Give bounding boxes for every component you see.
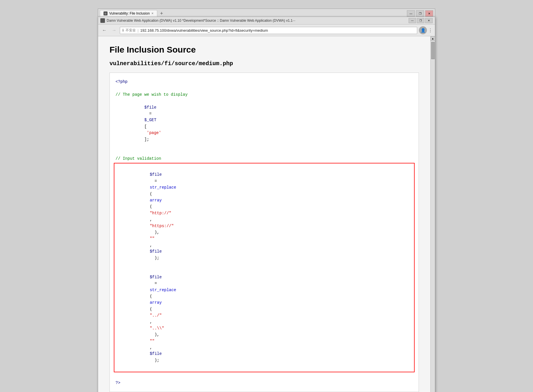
back-button[interactable]: ← [100,27,108,34]
restore-button[interactable]: ❐ [416,10,424,17]
inner-window-title: Damn Vulnerable Web Application (DVWA) v… [107,19,407,23]
page-title: File Inclusion Source [110,45,419,55]
tab-favicon: D [104,11,108,15]
highlight-line-1: $file = str_replace ( array ( "http://" … [116,165,412,267]
address-bar[interactable]: ℹ 不安全 | 192.168.75.100/dvwa/vulnerabilit… [120,27,417,34]
scroll-up-button[interactable]: ▲ [431,36,435,41]
var-file: $file [144,105,156,110]
security-icon: ℹ [122,28,124,32]
address-toolbar: ← → ℹ 不安全 | 192.168.75.100/dvwa/vulnerab… [98,25,435,36]
inner-restore[interactable]: ❐ [417,18,424,23]
code-block: <?php // The page we wish to display $fi… [110,73,419,392]
php-close-tag: ?> [116,380,413,386]
minimize-button[interactable]: — [407,10,415,17]
new-tab-button[interactable]: + [158,11,165,17]
url-display: 192.168.75.100/dvwa/vulnerabilities/view… [140,28,268,33]
vertical-scrollbar[interactable]: ▲ ▼ [430,36,435,392]
code-line-1: $file = $_GET [ 'page' ]; [116,98,413,149]
tab-title: Vulnerability: File Inclusion [109,11,150,15]
inner-minimize[interactable]: — [409,18,416,23]
security-label: 不安全 [126,28,136,33]
blank-line-1 [116,85,413,91]
inner-close[interactable]: ✕ [425,18,433,23]
highlight-line-2: $file = str_replace ( array ( "../" , ".… [116,267,412,370]
highlighted-code-box: $file = str_replace ( array ( "http://" … [114,163,415,372]
file-path: vulnerabilities/fi/source/medium.php [110,60,419,67]
profile-icon[interactable]: 👤 [419,26,427,34]
page-main: File Inclusion Source vulnerabilities/fi… [98,36,430,392]
url-separator: | [138,28,138,33]
close-button[interactable]: ✕ [425,10,433,17]
tab-close-button[interactable]: × [152,11,154,15]
blank-line-3 [116,373,413,380]
browser-tab[interactable]: D Vulnerability: File Inclusion × [100,10,157,17]
browser-menu-button[interactable]: ⋮ [428,28,433,33]
php-open-tag: <?php [116,79,413,85]
inner-favicon [100,18,105,23]
profile-area: 👤 ⋮ [419,26,433,34]
forward-button[interactable]: → [110,27,118,34]
comment-line-1: // The page we wish to display [116,91,413,98]
comment-line-2: // Input validation [116,155,413,162]
page-content: File Inclusion Source vulnerabilities/fi… [98,36,435,392]
scroll-thumb[interactable] [431,42,435,59]
blank-line-2 [116,149,413,155]
